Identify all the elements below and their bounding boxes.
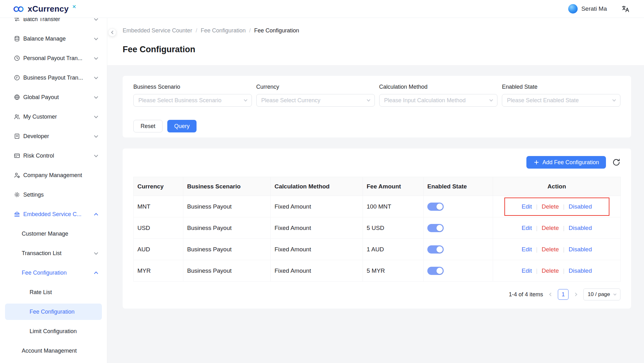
enabled-toggle[interactable] xyxy=(427,245,444,254)
sidebar-item-balance-manage[interactable]: Balance Manage xyxy=(5,31,102,47)
select-placeholder: Please Select Business Scenario xyxy=(138,97,221,104)
sidebar-item-label: Developer xyxy=(23,133,95,140)
sidebar-item-label: Settings xyxy=(23,192,97,198)
sidebar: Batch Transfer Balance Manage Personal P… xyxy=(0,18,107,363)
cell-calculation-method: Fixed Amount xyxy=(271,196,363,217)
delete-link[interactable]: Delete xyxy=(541,225,559,231)
prev-page-button[interactable] xyxy=(548,293,553,296)
edit-link[interactable]: Edit xyxy=(522,203,532,210)
page-size-select[interactable]: 10 / page xyxy=(583,288,620,300)
enabled-toggle[interactable] xyxy=(427,267,444,275)
breadcrumb: Embedded Service Counter / Fee Configura… xyxy=(123,27,631,34)
table-header-row: Currency Business Scenario Calculation M… xyxy=(134,177,621,196)
sidebar-item-settings[interactable]: Settings xyxy=(5,187,102,203)
sidebar-item-my-customer[interactable]: My Customer xyxy=(5,109,102,125)
breadcrumb-separator: / xyxy=(196,27,197,34)
user-menu[interactable]: Serati Ma xyxy=(568,4,607,14)
sidebar-item-business-payout[interactable]: Business Payout Tran... xyxy=(5,70,102,86)
sidebar-item-label: Rate List xyxy=(30,289,97,296)
delete-link[interactable]: Delete xyxy=(541,203,559,210)
cell-currency: MNT xyxy=(134,196,183,217)
column-header-business-scenario: Business Scenario xyxy=(183,177,271,196)
chevron-down-icon xyxy=(612,98,616,101)
enabled-toggle[interactable] xyxy=(427,203,444,211)
clock-icon xyxy=(14,74,20,81)
sidebar-item-developer[interactable]: Developer xyxy=(5,128,102,144)
main-content: Embedded Service Counter / Fee Configura… xyxy=(107,18,644,363)
query-button[interactable]: Query xyxy=(167,120,197,132)
column-header-currency: Currency xyxy=(134,177,183,196)
filter-panel: Business Scenario Please Select Business… xyxy=(123,76,631,137)
sidebar-item-transaction-list[interactable]: Transaction List xyxy=(5,245,102,261)
chevron-up-icon xyxy=(94,213,98,217)
sparkle-icon xyxy=(72,5,76,8)
calculation-method-input[interactable]: Please Input Calculation Method xyxy=(379,94,498,107)
fee-configuration-table: Currency Business Scenario Calculation M… xyxy=(133,177,621,282)
sidebar-item-embedded-service-counter[interactable]: Embedded Service C... xyxy=(5,206,102,222)
sidebar-item-limit-configuration[interactable]: Limit Configuration xyxy=(5,323,102,339)
sidebar-collapse-button[interactable] xyxy=(108,28,116,36)
chevron-down-icon xyxy=(94,36,98,40)
clock-icon xyxy=(14,55,20,62)
sidebar-item-global-payout[interactable]: Global Payout xyxy=(5,89,102,105)
sidebar-item-label: Fee Configuration xyxy=(22,270,95,276)
sidebar-item-account-management[interactable]: Account Management xyxy=(5,343,102,359)
cell-calculation-method: Fixed Amount xyxy=(271,260,363,282)
delete-link[interactable]: Delete xyxy=(541,267,559,274)
chevron-down-icon xyxy=(94,95,98,99)
brand-logo: xCurrency xyxy=(13,4,76,14)
business-scenario-select[interactable]: Please Select Business Scenario xyxy=(133,94,252,107)
column-header-fee-amount: Fee Amount xyxy=(363,177,424,196)
delete-link[interactable]: Delete xyxy=(541,246,559,253)
currency-select[interactable]: Please Select Currency xyxy=(256,94,375,107)
people-icon xyxy=(14,113,20,120)
column-header-enabled-state: Enabled State xyxy=(424,177,493,196)
cell-business-scenario: Business Payout xyxy=(183,260,271,282)
cell-fee-amount: 1 AUD xyxy=(363,239,424,260)
sidebar-item-company-management[interactable]: Company Management xyxy=(5,167,102,183)
column-header-action: Action xyxy=(493,177,621,196)
add-button-label: Add Fee Configuration xyxy=(542,159,599,166)
breadcrumb-item[interactable]: Fee Configuration xyxy=(201,27,246,34)
sidebar-item-label: Embedded Service C... xyxy=(23,211,95,218)
disabled-link[interactable]: Disabled xyxy=(569,225,592,231)
cell-currency: USD xyxy=(134,217,183,239)
cell-currency: MYR xyxy=(134,260,183,282)
enabled-state-select[interactable]: Please Select Enabled State xyxy=(502,94,620,107)
disabled-link[interactable]: Disabled xyxy=(569,267,592,274)
sidebar-item-batch-transfer[interactable]: Batch Transfer xyxy=(5,18,102,27)
filter-label: Business Scenario xyxy=(133,84,252,90)
page-1-button[interactable]: 1 xyxy=(558,289,569,300)
action-separator: | xyxy=(563,203,564,210)
sidebar-item-label: My Customer xyxy=(23,114,95,120)
edit-link[interactable]: Edit xyxy=(522,225,532,231)
reset-button[interactable]: Reset xyxy=(133,120,163,132)
action-separator: | xyxy=(536,203,538,210)
sidebar-item-fee-configuration-group[interactable]: Fee Configuration xyxy=(5,265,102,281)
chevron-down-icon xyxy=(613,292,617,295)
sidebar-item-risk-control[interactable]: Risk Control xyxy=(5,148,102,164)
sidebar-item-customer-manage[interactable]: Customer Manage xyxy=(5,226,102,242)
refresh-icon[interactable] xyxy=(612,158,620,166)
select-placeholder: Please Select Currency xyxy=(261,97,320,104)
bank-icon xyxy=(14,211,20,218)
cell-business-scenario: Business Payout xyxy=(183,239,271,260)
disabled-link[interactable]: Disabled xyxy=(569,246,592,253)
pagination-summary: 1-4 of 4 items xyxy=(509,291,543,298)
sidebar-item-rate-list[interactable]: Rate List xyxy=(5,284,102,300)
next-page-button[interactable] xyxy=(574,293,578,296)
sidebar-item-fee-configuration[interactable]: Fee Configuration xyxy=(5,304,102,320)
action-separator: | xyxy=(563,225,564,231)
enabled-toggle[interactable] xyxy=(427,224,444,232)
sidebar-item-personal-payout[interactable]: Personal Payout Tran... xyxy=(5,50,102,66)
table-row: AUD Business Payout Fixed Amount 1 AUD E… xyxy=(134,239,621,260)
breadcrumb-item[interactable]: Embedded Service Counter xyxy=(123,27,192,34)
cell-business-scenario: Business Payout xyxy=(183,196,271,217)
disabled-link[interactable]: Disabled xyxy=(569,203,592,210)
edit-link[interactable]: Edit xyxy=(522,267,532,274)
translate-icon[interactable] xyxy=(621,4,631,14)
chevron-left-icon xyxy=(549,293,552,296)
add-fee-configuration-button[interactable]: Add Fee Configuration xyxy=(526,156,606,169)
edit-link[interactable]: Edit xyxy=(522,246,532,253)
cell-calculation-method: Fixed Amount xyxy=(271,217,363,239)
